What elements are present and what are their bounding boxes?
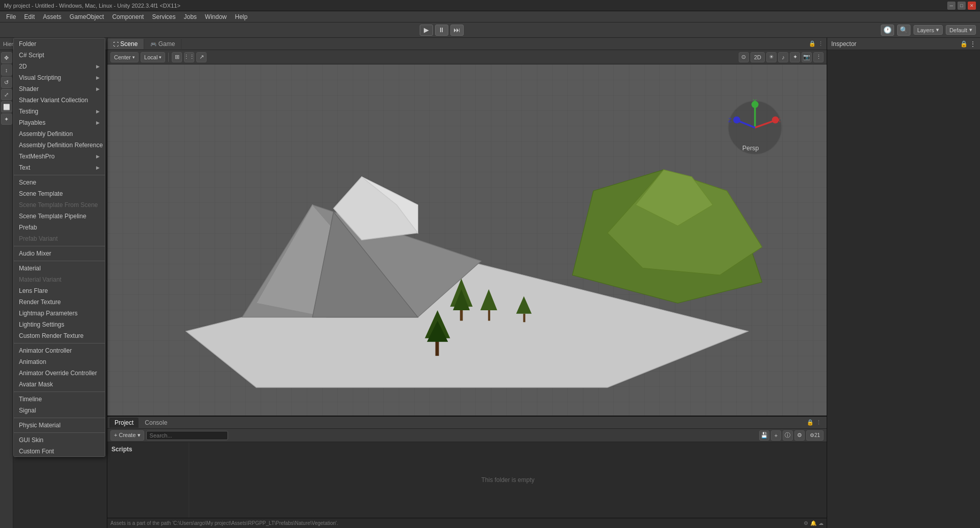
dropdown-item-scene-template-from-scene: Scene Template From Scene <box>14 199 105 211</box>
gizmos-btn[interactable]: ⋮ <box>813 52 824 62</box>
camera-btn[interactable]: 📷 <box>802 52 812 62</box>
grid-icon[interactable]: ⊞ <box>172 52 182 62</box>
menu-services[interactable]: Services <box>148 12 179 21</box>
project-settings-icon[interactable]: ⚙ <box>794 430 805 441</box>
menu-jobs[interactable]: Jobs <box>179 12 200 21</box>
dropdown-item-label: Scene Template <box>19 190 63 197</box>
dropdown-item-animator-controller[interactable]: Animator Controller <box>14 345 105 356</box>
dropdown-item-lighting-settings[interactable]: Lighting Settings <box>14 319 105 330</box>
dropdown-item-lens-flare[interactable]: Lens Flare <box>14 285 105 296</box>
menu-file[interactable]: File <box>2 12 20 21</box>
scene-more-icon[interactable]: ⋮ <box>818 40 824 47</box>
status-icon-2[interactable]: 🔔 <box>810 520 816 526</box>
dropdown-item-assembly-definition[interactable]: Assembly Definition <box>14 128 105 140</box>
tool-move2-icon[interactable]: ↕ <box>1 64 12 76</box>
fx-btn[interactable]: ✦ <box>790 52 800 62</box>
project-create-btn[interactable]: + Create ▾ <box>110 430 144 441</box>
dropdown-item-assembly-definition-reference[interactable]: Assembly Definition Reference <box>14 140 105 151</box>
layout-chevron: ▾ <box>969 27 972 33</box>
dropdown-item-gui-skin[interactable]: GUI Skin <box>14 434 105 446</box>
local-dropdown[interactable]: Local ▾ <box>141 52 165 62</box>
dropdown-item-scene-template-pipeline[interactable]: Scene Template Pipeline <box>14 211 105 222</box>
project-add-icon[interactable]: + <box>771 430 781 441</box>
inspector-more-icon[interactable]: ⋮ <box>970 40 976 48</box>
inspector-panel: Inspector 🔒 ⋮ <box>827 38 980 528</box>
dropdown-item-label: Prefab <box>19 224 37 231</box>
dropdown-item-avatar-mask[interactable]: Avatar Mask <box>14 379 105 390</box>
close-button[interactable]: ✕ <box>968 2 976 10</box>
dropdown-item-scene[interactable]: Scene <box>14 177 105 188</box>
dropdown-item-render-texture[interactable]: Render Texture <box>14 296 105 308</box>
dropdown-item-shader[interactable]: Shader▶ <box>14 83 105 95</box>
tab-game[interactable]: 🎮 Game <box>144 39 181 49</box>
tool-rotate-icon[interactable]: ↺ <box>1 77 12 88</box>
search-button[interactable]: 🔍 <box>897 25 910 36</box>
dropdown-item-lightmap-parameters[interactable]: Lightmap Parameters <box>14 308 105 319</box>
toolbar-separator <box>168 53 169 62</box>
dropdown-item-text[interactable]: Text▶ <box>14 162 105 173</box>
dropdown-item-visual-scripting[interactable]: Visual Scripting▶ <box>14 72 105 83</box>
audio-btn[interactable]: ♪ <box>778 52 788 62</box>
dropdown-chevron-icon: ▶ <box>96 64 100 69</box>
project-info-icon[interactable]: ⓘ <box>783 430 793 441</box>
gizmo-icon[interactable]: ↗ <box>196 52 207 62</box>
dropdown-item-textmeshpro[interactable]: TextMeshPro▶ <box>14 151 105 162</box>
tab-console[interactable]: Console <box>140 418 172 428</box>
light-btn[interactable]: ☀ <box>766 52 777 62</box>
project-save-icon[interactable]: 💾 <box>759 430 769 441</box>
dropdown-item-folder[interactable]: Folder <box>14 38 105 50</box>
menu-help[interactable]: Help <box>231 12 252 21</box>
dropdown-item-physic-material[interactable]: Physic Material <box>14 420 105 431</box>
dropdown-item-c#-script[interactable]: C# Script <box>14 50 105 61</box>
pause-button[interactable]: ⏸ <box>435 25 448 36</box>
dropdown-item-material[interactable]: Material <box>14 263 105 274</box>
tool-rect-icon[interactable]: ⬜ <box>1 101 12 112</box>
dropdown-item-shader-variant-collection[interactable]: Shader Variant Collection <box>14 95 105 106</box>
scene-viewport[interactable]: Y X Z Persp <box>107 64 827 416</box>
tool-move-icon[interactable]: ✥ <box>1 52 12 63</box>
dropdown-item-custom-font[interactable]: Custom Font <box>14 446 105 457</box>
tab-project[interactable]: Project <box>109 418 139 428</box>
play-button[interactable]: ▶ <box>420 25 433 36</box>
status-icon-3[interactable]: ☁ <box>818 520 824 526</box>
dropdown-chevron-icon: ▶ <box>96 120 100 125</box>
menu-window[interactable]: Window <box>201 12 231 21</box>
svg-point-27 <box>733 117 740 124</box>
project-lock-icon[interactable]: 🔒 <box>807 419 814 426</box>
menu-assets[interactable]: Assets <box>39 12 65 21</box>
minimize-button[interactable]: ─ <box>947 2 955 10</box>
scene-lock-icon[interactable]: 🔒 <box>809 40 816 47</box>
dropdown-item-playables[interactable]: Playables▶ <box>14 117 105 128</box>
history-button[interactable]: 🕐 <box>881 25 894 36</box>
dropdown-separator <box>14 175 105 175</box>
dropdown-item-2d[interactable]: 2D▶ <box>14 61 105 72</box>
layers-dropdown[interactable]: Layers ▾ <box>914 25 943 35</box>
maximize-button[interactable]: □ <box>958 2 966 10</box>
dropdown-item-audio-mixer[interactable]: Audio Mixer <box>14 248 105 259</box>
status-icon-1[interactable]: ⚙ <box>804 520 808 526</box>
layout-label: Default <box>949 27 967 33</box>
dropdown-item-prefab[interactable]: Prefab <box>14 222 105 233</box>
2d-btn[interactable]: 2D <box>750 52 765 62</box>
dropdown-item-animation[interactable]: Animation <box>14 356 105 368</box>
step-button[interactable]: ⏭ <box>450 25 464 36</box>
tool-scale-icon[interactable]: ⤢ <box>1 89 12 100</box>
dropdown-item-signal[interactable]: Signal <box>14 405 105 416</box>
menu-edit[interactable]: Edit <box>20 12 39 21</box>
menu-component[interactable]: Component <box>108 12 148 21</box>
tab-scene[interactable]: ⛶ Scene <box>107 39 144 49</box>
dropdown-item-testing[interactable]: Testing▶ <box>14 106 105 117</box>
dropdown-item-timeline[interactable]: Timeline <box>14 394 105 405</box>
inspector-lock-icon[interactable]: 🔒 <box>960 40 968 48</box>
menu-gameobject[interactable]: GameObject <box>65 12 108 21</box>
tool-transform-icon[interactable]: ✦ <box>1 113 12 125</box>
dropdown-item-scene-template[interactable]: Scene Template <box>14 188 105 199</box>
project-more-icon[interactable]: ⋮ <box>816 419 822 426</box>
persp-btn[interactable]: ⊙ <box>739 52 749 62</box>
project-search-input[interactable] <box>146 431 228 440</box>
layout-dropdown[interactable]: Default ▾ <box>946 25 976 35</box>
center-dropdown[interactable]: Center ▾ <box>110 52 139 62</box>
dropdown-item-animator-override-controller[interactable]: Animator Override Controller <box>14 368 105 379</box>
snap-icon[interactable]: ⋮⋮ <box>184 52 194 62</box>
dropdown-item-custom-render-texture[interactable]: Custom Render Texture <box>14 330 105 341</box>
